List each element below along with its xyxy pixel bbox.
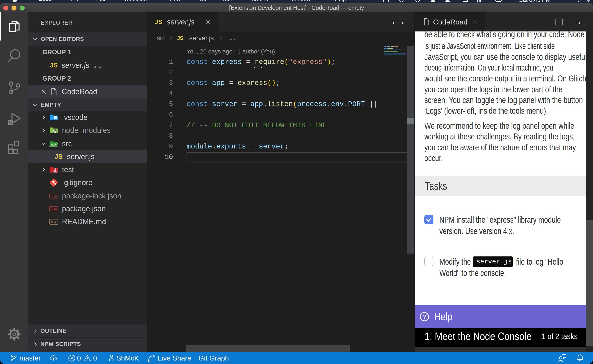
- svg-text:</>: </>: [51, 143, 56, 147]
- svg-text:JS: JS: [53, 130, 56, 132]
- svg-text:npm: npm: [51, 195, 57, 198]
- svg-text:M: M: [51, 221, 53, 224]
- svg-text:?: ?: [422, 313, 426, 320]
- svg-text:npm: npm: [51, 208, 57, 211]
